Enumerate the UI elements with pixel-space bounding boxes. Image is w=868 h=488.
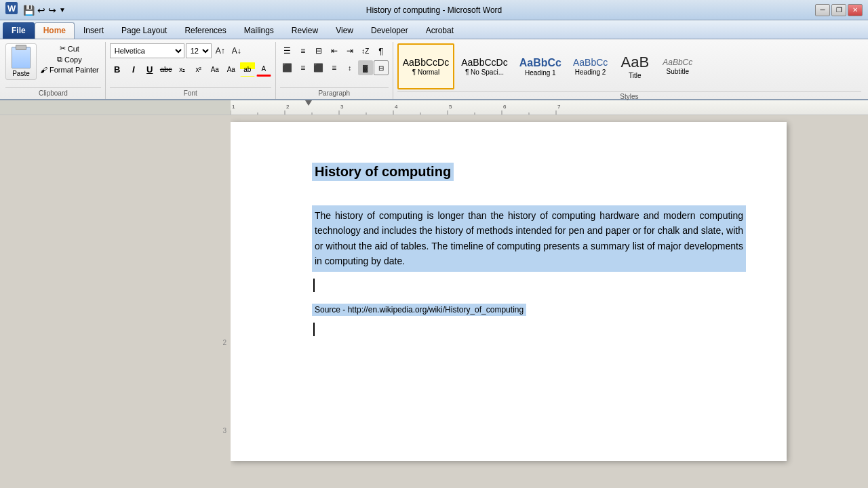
paragraph-group: ☰ ≡ ⊟ ⇤ ⇥ ↕Z ¶ ⬛ ≡ ⬛ ≡ ↕ ▓ ⊟ Paragraph	[277, 42, 393, 99]
style-heading2-label: Heading 2	[575, 68, 606, 76]
minimize-button[interactable]: ─	[815, 4, 830, 16]
change-case-button[interactable]: Aa	[224, 62, 239, 77]
document-area: History of computing The history of comp…	[231, 115, 868, 488]
svg-text:3: 3	[340, 104, 344, 110]
increase-font-button[interactable]: A↑	[213, 43, 228, 58]
indent-marker[interactable]	[305, 100, 312, 106]
subscript-button[interactable]: x₂	[175, 62, 190, 77]
ruler-left-margin	[0, 100, 231, 115]
clipboard-group-label[interactable]: Clipboard	[5, 87, 101, 98]
font-content: Helvetica Arial Times New Roman 12 10 14…	[110, 43, 271, 86]
tab-page-layout[interactable]: Page Layout	[113, 22, 176, 39]
decrease-font-button[interactable]: A↓	[229, 43, 244, 58]
svg-text:2: 2	[286, 104, 290, 110]
styles-content: AaBbCcDc ¶ Normal AaBbCcDc ¶ No Spaci...…	[397, 43, 861, 89]
tab-view[interactable]: View	[327, 22, 362, 39]
undo-icon[interactable]: ↩	[37, 5, 45, 16]
format-painter-label: Format Painter	[50, 66, 99, 74]
main-area: 2 3 History of computing The history of …	[0, 115, 868, 488]
tab-acrobat[interactable]: Acrobat	[417, 22, 462, 39]
document-page: History of computing The history of comp…	[231, 122, 787, 461]
font-color-button[interactable]: A	[256, 62, 271, 77]
strikethrough-button[interactable]: abc	[159, 62, 174, 77]
styles-group-label[interactable]: Styles	[397, 91, 861, 101]
paragraph-row2: ⬛ ≡ ⬛ ≡ ↕ ▓ ⊟	[280, 60, 389, 75]
text-highlight-button[interactable]: ab	[240, 62, 255, 77]
quick-access-dropdown-icon[interactable]: ▼	[59, 6, 66, 14]
tab-mailings[interactable]: Mailings	[235, 22, 283, 39]
copy-icon: ⧉	[57, 55, 62, 64]
redo-icon[interactable]: ↪	[48, 5, 56, 16]
tab-developer[interactable]: Developer	[362, 22, 417, 39]
line-spacing-button[interactable]: ↕	[342, 60, 357, 75]
bold-button[interactable]: B	[110, 62, 125, 77]
shading-button[interactable]: ▓	[358, 60, 373, 75]
justify-button[interactable]: ≡	[327, 60, 342, 75]
paragraph-row1: ☰ ≡ ⊟ ⇤ ⇥ ↕Z ¶	[280, 43, 389, 58]
paragraph-group-label[interactable]: Paragraph	[280, 87, 389, 98]
font-format-row: B I U abc x₂ x² Aa Aa ab A	[110, 62, 271, 77]
style-title-preview: AaB	[620, 54, 649, 71]
font-family-select[interactable]: Helvetica Arial Times New Roman	[110, 43, 184, 58]
title-block: History of computing	[312, 163, 746, 195]
tab-home[interactable]: Home	[35, 22, 75, 39]
style-subtitle-preview: AaBbCc	[663, 58, 692, 67]
document-body[interactable]: The history of computing is longer than …	[312, 205, 746, 272]
tab-references[interactable]: References	[176, 22, 235, 39]
style-heading2-preview: AaBbCc	[573, 57, 608, 68]
clipboard-group: Paste ✂ Cut ⧉ Copy 🖌 Format Painter Clip…	[3, 42, 106, 99]
style-heading1-label: Heading 1	[525, 69, 556, 77]
align-center-button[interactable]: ≡	[296, 60, 311, 75]
align-right-button[interactable]: ⬛	[311, 60, 326, 75]
increase-indent-button[interactable]: ⇥	[342, 43, 357, 58]
style-normal[interactable]: AaBbCcDc ¶ Normal	[397, 43, 454, 89]
format-painter-button[interactable]: 🖌 Format Painter	[38, 65, 101, 75]
ruler-scale: 1 2 3 4 5 6 7	[231, 100, 868, 115]
copy-button[interactable]: ⧉ Copy	[55, 54, 84, 64]
style-heading2[interactable]: AaBbCc Heading 2	[568, 43, 612, 89]
save-icon[interactable]: 💾	[23, 5, 35, 16]
font-group-label[interactable]: Font	[110, 87, 271, 98]
underline-button[interactable]: U	[142, 62, 157, 77]
cut-button[interactable]: ✂ Cut	[58, 43, 81, 54]
italic-button[interactable]: I	[126, 62, 141, 77]
numbering-button[interactable]: ≡	[296, 43, 311, 58]
restore-button[interactable]: ❐	[831, 4, 846, 16]
align-left-button[interactable]: ⬛	[280, 60, 295, 75]
borders-button[interactable]: ⊟	[374, 60, 389, 75]
style-title[interactable]: AaB Title	[614, 43, 655, 89]
font-size-select[interactable]: 12 10 14 16	[186, 43, 212, 58]
ribbon-tabs: File Home Insert Page Layout References …	[0, 20, 868, 39]
cursor-area	[312, 279, 746, 294]
style-subtitle[interactable]: AaBbCc Subtitle	[657, 43, 698, 89]
clear-format-button[interactable]: Aa	[208, 62, 222, 77]
paste-col: Paste	[5, 43, 37, 80]
bottom-cursor-area	[312, 323, 746, 338]
styles-group: AaBbCcDc ¶ Normal AaBbCcDc ¶ No Spaci...…	[395, 42, 865, 99]
line-num-3: 3	[222, 427, 226, 434]
close-button[interactable]: ✕	[848, 4, 863, 16]
bullets-button[interactable]: ☰	[280, 43, 295, 58]
body-text: The history of computing is longer than …	[315, 210, 743, 266]
tab-file[interactable]: File	[3, 22, 35, 39]
document-title[interactable]: History of computing	[312, 163, 454, 181]
tab-review[interactable]: Review	[283, 22, 327, 39]
bottom-cursor	[313, 323, 315, 336]
ruler: 1 2 3 4 5 6 7	[0, 100, 868, 115]
superscript-button[interactable]: x²	[191, 62, 206, 77]
style-title-label: Title	[629, 72, 642, 79]
sort-button[interactable]: ↕Z	[358, 43, 373, 58]
cut-icon: ✂	[60, 44, 66, 53]
source-block: Source - http://en.wikipedia.org/wiki/Hi…	[312, 297, 746, 316]
decrease-indent-button[interactable]: ⇤	[327, 43, 342, 58]
style-no-spacing-preview: AaBbCcDc	[461, 57, 507, 68]
style-heading1[interactable]: AaBbCc Heading 1	[515, 43, 566, 89]
svg-text:W: W	[7, 3, 16, 14]
show-marks-button[interactable]: ¶	[374, 43, 389, 58]
paste-button[interactable]: Paste	[5, 43, 37, 80]
multilevel-list-button[interactable]: ⊟	[311, 43, 326, 58]
style-no-spacing[interactable]: AaBbCcDc ¶ No Spaci...	[456, 43, 512, 89]
style-normal-preview: AaBbCcDc	[403, 57, 449, 68]
tab-insert[interactable]: Insert	[75, 22, 113, 39]
svg-text:1: 1	[232, 104, 235, 110]
